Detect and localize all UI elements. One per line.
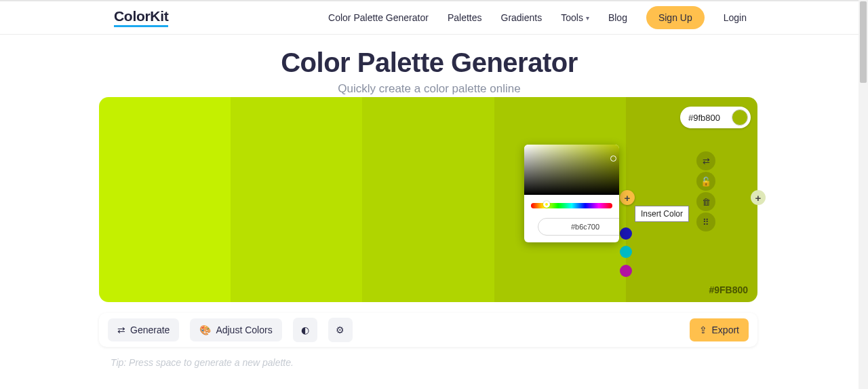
nav-blog[interactable]: Blog xyxy=(608,12,627,23)
swatch-hex-dot xyxy=(732,109,748,126)
nav-palettes[interactable]: Palettes xyxy=(448,12,482,23)
title-section: Color Palette Generator Quickly create a… xyxy=(0,48,859,96)
brand-logo[interactable]: ColorKit xyxy=(114,8,168,27)
main-nav: Color Palette Generator Palettes Gradien… xyxy=(328,6,747,29)
gear-icon: ⚙ xyxy=(336,325,344,335)
swatch-4[interactable]: #9fb800 ⇄ 🔓 🗑 ⠿ #9FB800 xyxy=(626,97,757,302)
swatch-2[interactable] xyxy=(362,97,494,302)
settings-button[interactable]: ⚙ xyxy=(328,318,353,342)
swatch-hex-label: #9FB800 xyxy=(709,284,748,295)
export-label: Export xyxy=(712,325,739,335)
header: ColorKit Color Palette Generator Palette… xyxy=(0,1,859,35)
chevron-down-icon: ▾ xyxy=(586,14,589,22)
export-button[interactable]: ⇪ Export xyxy=(690,318,749,341)
generate-label: Generate xyxy=(130,325,170,335)
unlock-icon: 🔓 xyxy=(701,177,711,187)
grip-icon: ⠿ xyxy=(703,217,709,227)
scrollbar-thumb[interactable] xyxy=(860,1,867,83)
preset-color-2[interactable] xyxy=(620,265,632,277)
generate-button[interactable]: ⇄ Generate xyxy=(108,318,179,341)
nav-gradients[interactable]: Gradients xyxy=(501,12,542,23)
swatch-hex-pill[interactable]: #9fb800 xyxy=(680,107,751,128)
shuffle-swatch-button[interactable]: ⇄ xyxy=(696,151,715,170)
nav-tools-label: Tools xyxy=(561,12,583,23)
adjust-colors-button[interactable]: 🎨 Adjust Colors xyxy=(190,318,281,341)
insert-color-button[interactable]: + xyxy=(620,190,635,205)
picker-hex-input[interactable] xyxy=(538,218,619,236)
nav-generator[interactable]: Color Palette Generator xyxy=(328,12,429,23)
saturation-field[interactable] xyxy=(524,145,619,195)
plus-icon: + xyxy=(625,192,631,204)
tip-text: Tip: Press space to generate a new palet… xyxy=(111,357,294,368)
contrast-icon: ◐ xyxy=(301,325,309,335)
page-title: Color Palette Generator xyxy=(0,48,859,78)
nav-tools[interactable]: Tools ▾ xyxy=(561,12,589,23)
palette: #9fb800 ⇄ 🔓 🗑 ⠿ #9FB800 xyxy=(99,97,757,302)
bottom-toolbar: ⇄ Generate 🎨 Adjust Colors ◐ ⚙ ⇪ Export xyxy=(99,313,757,347)
swatch-0[interactable] xyxy=(99,97,231,302)
swatch-1[interactable] xyxy=(231,97,362,302)
add-color-end-button[interactable]: + xyxy=(751,190,766,205)
signup-button[interactable]: Sign Up xyxy=(646,6,705,29)
swatch-hex-text: #9fb800 xyxy=(688,113,732,123)
preset-color-0[interactable] xyxy=(620,227,632,240)
login-link[interactable]: Login xyxy=(724,12,747,23)
trash-icon: 🗑 xyxy=(702,197,711,207)
picker-input-row xyxy=(531,218,612,236)
delete-swatch-button[interactable]: 🗑 xyxy=(696,192,715,211)
contrast-button[interactable]: ◐ xyxy=(293,318,317,342)
palette-icon: 🎨 xyxy=(199,325,211,335)
shuffle-icon: ⇄ xyxy=(117,325,125,335)
scrollbar-track[interactable] xyxy=(859,0,868,389)
color-picker xyxy=(524,145,619,242)
hue-slider[interactable] xyxy=(531,203,612,208)
adjust-label: Adjust Colors xyxy=(216,325,272,335)
more-swatch-button[interactable]: ⠿ xyxy=(696,212,715,231)
page-subtitle: Quickly create a color palette online xyxy=(0,82,859,96)
lock-swatch-button[interactable]: 🔓 xyxy=(696,172,715,191)
export-icon: ⇪ xyxy=(699,325,707,335)
shuffle-icon: ⇄ xyxy=(703,156,710,166)
saturation-cursor[interactable] xyxy=(610,155,616,162)
insert-color-tooltip: Insert Color xyxy=(635,206,689,222)
plus-icon: + xyxy=(755,192,762,204)
preset-color-1[interactable] xyxy=(620,246,632,258)
hue-thumb[interactable] xyxy=(543,201,550,208)
